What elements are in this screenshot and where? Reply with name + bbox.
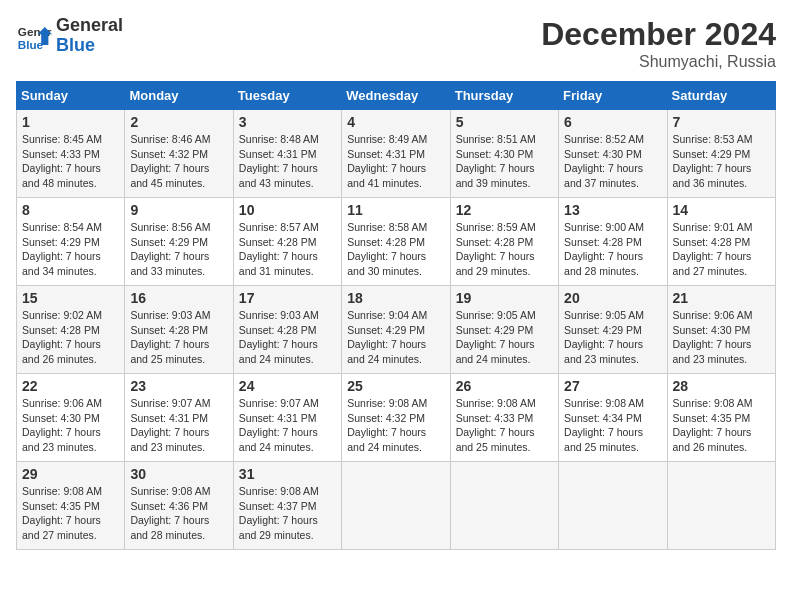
month-title: December 2024 xyxy=(541,16,776,53)
day-info: Sunrise: 8:57 AMSunset: 4:28 PMDaylight:… xyxy=(239,220,336,279)
calendar-day-cell: 16Sunrise: 9:03 AMSunset: 4:28 PMDayligh… xyxy=(125,286,233,374)
day-number: 26 xyxy=(456,378,553,394)
day-info: Sunrise: 8:48 AMSunset: 4:31 PMDaylight:… xyxy=(239,132,336,191)
calendar-day-cell: 22Sunrise: 9:06 AMSunset: 4:30 PMDayligh… xyxy=(17,374,125,462)
calendar-week-row: 22Sunrise: 9:06 AMSunset: 4:30 PMDayligh… xyxy=(17,374,776,462)
day-number: 5 xyxy=(456,114,553,130)
day-info: Sunrise: 8:54 AMSunset: 4:29 PMDaylight:… xyxy=(22,220,119,279)
day-info: Sunrise: 8:46 AMSunset: 4:32 PMDaylight:… xyxy=(130,132,227,191)
day-info: Sunrise: 8:53 AMSunset: 4:29 PMDaylight:… xyxy=(673,132,770,191)
calendar-day-cell: 1Sunrise: 8:45 AMSunset: 4:33 PMDaylight… xyxy=(17,110,125,198)
day-info: Sunrise: 9:06 AMSunset: 4:30 PMDaylight:… xyxy=(673,308,770,367)
day-number: 30 xyxy=(130,466,227,482)
calendar-day-cell: 25Sunrise: 9:08 AMSunset: 4:32 PMDayligh… xyxy=(342,374,450,462)
day-number: 15 xyxy=(22,290,119,306)
calendar-day-cell: 7Sunrise: 8:53 AMSunset: 4:29 PMDaylight… xyxy=(667,110,775,198)
calendar-day-cell: 18Sunrise: 9:04 AMSunset: 4:29 PMDayligh… xyxy=(342,286,450,374)
day-info: Sunrise: 8:52 AMSunset: 4:30 PMDaylight:… xyxy=(564,132,661,191)
calendar-day-cell: 20Sunrise: 9:05 AMSunset: 4:29 PMDayligh… xyxy=(559,286,667,374)
weekday-header: Friday xyxy=(559,82,667,110)
calendar-table: SundayMondayTuesdayWednesdayThursdayFrid… xyxy=(16,81,776,550)
day-number: 10 xyxy=(239,202,336,218)
day-number: 4 xyxy=(347,114,444,130)
day-number: 18 xyxy=(347,290,444,306)
calendar-day-cell: 2Sunrise: 8:46 AMSunset: 4:32 PMDaylight… xyxy=(125,110,233,198)
calendar-day-cell: 4Sunrise: 8:49 AMSunset: 4:31 PMDaylight… xyxy=(342,110,450,198)
weekday-header: Tuesday xyxy=(233,82,341,110)
day-info: Sunrise: 8:51 AMSunset: 4:30 PMDaylight:… xyxy=(456,132,553,191)
calendar-day-cell: 26Sunrise: 9:08 AMSunset: 4:33 PMDayligh… xyxy=(450,374,558,462)
calendar-day-cell xyxy=(450,462,558,550)
day-info: Sunrise: 9:03 AMSunset: 4:28 PMDaylight:… xyxy=(130,308,227,367)
day-number: 21 xyxy=(673,290,770,306)
calendar-day-cell xyxy=(559,462,667,550)
calendar-day-cell: 21Sunrise: 9:06 AMSunset: 4:30 PMDayligh… xyxy=(667,286,775,374)
weekday-header: Thursday xyxy=(450,82,558,110)
day-info: Sunrise: 9:03 AMSunset: 4:28 PMDaylight:… xyxy=(239,308,336,367)
day-number: 24 xyxy=(239,378,336,394)
day-info: Sunrise: 9:05 AMSunset: 4:29 PMDaylight:… xyxy=(456,308,553,367)
day-number: 8 xyxy=(22,202,119,218)
calendar-day-cell: 5Sunrise: 8:51 AMSunset: 4:30 PMDaylight… xyxy=(450,110,558,198)
day-number: 29 xyxy=(22,466,119,482)
day-number: 19 xyxy=(456,290,553,306)
day-info: Sunrise: 9:08 AMSunset: 4:37 PMDaylight:… xyxy=(239,484,336,543)
day-info: Sunrise: 9:08 AMSunset: 4:33 PMDaylight:… xyxy=(456,396,553,455)
day-info: Sunrise: 9:02 AMSunset: 4:28 PMDaylight:… xyxy=(22,308,119,367)
day-info: Sunrise: 8:58 AMSunset: 4:28 PMDaylight:… xyxy=(347,220,444,279)
page-header: General Blue General Blue December 2024 … xyxy=(16,16,776,71)
calendar-day-cell xyxy=(342,462,450,550)
calendar-day-cell: 12Sunrise: 8:59 AMSunset: 4:28 PMDayligh… xyxy=(450,198,558,286)
calendar-day-cell: 8Sunrise: 8:54 AMSunset: 4:29 PMDaylight… xyxy=(17,198,125,286)
calendar-day-cell: 9Sunrise: 8:56 AMSunset: 4:29 PMDaylight… xyxy=(125,198,233,286)
day-number: 7 xyxy=(673,114,770,130)
title-block: December 2024 Shumyachi, Russia xyxy=(541,16,776,71)
day-number: 31 xyxy=(239,466,336,482)
logo: General Blue General Blue xyxy=(16,16,123,56)
weekday-header: Saturday xyxy=(667,82,775,110)
day-number: 17 xyxy=(239,290,336,306)
day-info: Sunrise: 8:49 AMSunset: 4:31 PMDaylight:… xyxy=(347,132,444,191)
calendar-day-cell: 29Sunrise: 9:08 AMSunset: 4:35 PMDayligh… xyxy=(17,462,125,550)
day-number: 12 xyxy=(456,202,553,218)
day-number: 27 xyxy=(564,378,661,394)
day-info: Sunrise: 9:08 AMSunset: 4:36 PMDaylight:… xyxy=(130,484,227,543)
day-info: Sunrise: 9:07 AMSunset: 4:31 PMDaylight:… xyxy=(130,396,227,455)
day-number: 25 xyxy=(347,378,444,394)
day-number: 1 xyxy=(22,114,119,130)
calendar-day-cell: 30Sunrise: 9:08 AMSunset: 4:36 PMDayligh… xyxy=(125,462,233,550)
day-number: 28 xyxy=(673,378,770,394)
calendar-day-cell: 14Sunrise: 9:01 AMSunset: 4:28 PMDayligh… xyxy=(667,198,775,286)
svg-text:Blue: Blue xyxy=(18,37,44,50)
calendar-day-cell: 13Sunrise: 9:00 AMSunset: 4:28 PMDayligh… xyxy=(559,198,667,286)
day-info: Sunrise: 9:07 AMSunset: 4:31 PMDaylight:… xyxy=(239,396,336,455)
day-info: Sunrise: 8:56 AMSunset: 4:29 PMDaylight:… xyxy=(130,220,227,279)
day-info: Sunrise: 8:45 AMSunset: 4:33 PMDaylight:… xyxy=(22,132,119,191)
day-info: Sunrise: 9:08 AMSunset: 4:34 PMDaylight:… xyxy=(564,396,661,455)
day-number: 3 xyxy=(239,114,336,130)
calendar-header-row: SundayMondayTuesdayWednesdayThursdayFrid… xyxy=(17,82,776,110)
calendar-week-row: 8Sunrise: 8:54 AMSunset: 4:29 PMDaylight… xyxy=(17,198,776,286)
day-number: 20 xyxy=(564,290,661,306)
day-number: 11 xyxy=(347,202,444,218)
calendar-day-cell: 23Sunrise: 9:07 AMSunset: 4:31 PMDayligh… xyxy=(125,374,233,462)
calendar-day-cell: 17Sunrise: 9:03 AMSunset: 4:28 PMDayligh… xyxy=(233,286,341,374)
calendar-day-cell: 6Sunrise: 8:52 AMSunset: 4:30 PMDaylight… xyxy=(559,110,667,198)
calendar-day-cell: 19Sunrise: 9:05 AMSunset: 4:29 PMDayligh… xyxy=(450,286,558,374)
calendar-week-row: 29Sunrise: 9:08 AMSunset: 4:35 PMDayligh… xyxy=(17,462,776,550)
day-number: 2 xyxy=(130,114,227,130)
day-number: 6 xyxy=(564,114,661,130)
day-number: 23 xyxy=(130,378,227,394)
day-number: 22 xyxy=(22,378,119,394)
day-info: Sunrise: 8:59 AMSunset: 4:28 PMDaylight:… xyxy=(456,220,553,279)
day-info: Sunrise: 9:08 AMSunset: 4:35 PMDaylight:… xyxy=(22,484,119,543)
day-info: Sunrise: 9:08 AMSunset: 4:32 PMDaylight:… xyxy=(347,396,444,455)
calendar-day-cell: 10Sunrise: 8:57 AMSunset: 4:28 PMDayligh… xyxy=(233,198,341,286)
day-info: Sunrise: 9:06 AMSunset: 4:30 PMDaylight:… xyxy=(22,396,119,455)
calendar-body: 1Sunrise: 8:45 AMSunset: 4:33 PMDaylight… xyxy=(17,110,776,550)
logo-icon: General Blue xyxy=(16,18,52,54)
day-number: 16 xyxy=(130,290,227,306)
day-info: Sunrise: 9:05 AMSunset: 4:29 PMDaylight:… xyxy=(564,308,661,367)
calendar-day-cell: 31Sunrise: 9:08 AMSunset: 4:37 PMDayligh… xyxy=(233,462,341,550)
day-number: 13 xyxy=(564,202,661,218)
